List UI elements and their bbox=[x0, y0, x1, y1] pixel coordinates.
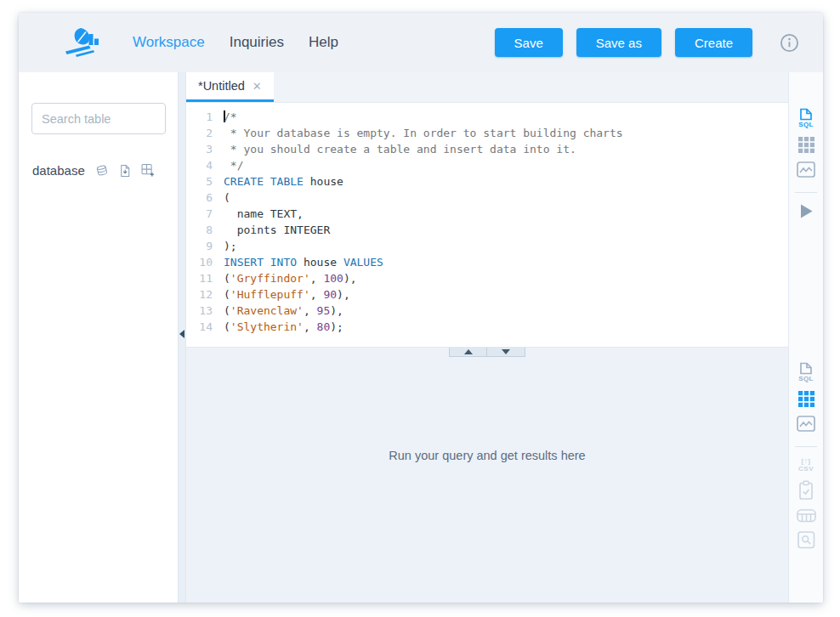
import-file-icon[interactable] bbox=[120, 161, 130, 180]
collapse-left-icon[interactable] bbox=[179, 330, 184, 338]
code-line: 11('Gryffindor', 100), bbox=[186, 270, 788, 286]
line-number: 8 bbox=[186, 222, 213, 238]
search-results-icon[interactable] bbox=[797, 531, 815, 549]
code-text: */ bbox=[213, 157, 243, 173]
export-table-icon[interactable] bbox=[797, 508, 816, 524]
code-text: ( bbox=[213, 190, 230, 206]
nav-link-help[interactable]: Help bbox=[309, 34, 338, 51]
code-line: 9); bbox=[186, 238, 788, 254]
line-number: 4 bbox=[186, 157, 213, 173]
line-number: 3 bbox=[186, 141, 213, 157]
sql-results-icon[interactable]: SQL bbox=[797, 362, 814, 382]
nav-link-inquiries[interactable]: Inquiries bbox=[230, 34, 284, 51]
save-button[interactable]: Save bbox=[495, 28, 563, 57]
code-text: ('Ravenclaw', 95), bbox=[213, 303, 343, 319]
code-line: 4 */ bbox=[186, 157, 788, 173]
code-text: * Your database is empty. In order to st… bbox=[213, 125, 623, 141]
code-line: 2 * Your database is empty. In order to … bbox=[186, 125, 788, 141]
csv-arrow: [↑] bbox=[802, 457, 811, 465]
close-icon[interactable]: ✕ bbox=[253, 81, 262, 92]
sql-editor-icon[interactable]: SQL bbox=[797, 108, 814, 128]
toolbar-divider bbox=[795, 446, 817, 447]
sidebar: database bbox=[19, 72, 178, 603]
app-window: Workspace Inquiries Help Save Save as Cr… bbox=[19, 13, 823, 603]
code-text: INSERT INTO house VALUES bbox=[213, 254, 383, 270]
chart-results-icon[interactable] bbox=[797, 416, 815, 432]
code-line: 3 * you should create a table and insert… bbox=[186, 141, 788, 157]
line-number: 11 bbox=[186, 270, 213, 286]
navbar: Workspace Inquiries Help Save Save as Cr… bbox=[19, 13, 823, 72]
toolbar-divider bbox=[795, 192, 817, 193]
table-view-icon[interactable] bbox=[797, 136, 815, 154]
sql-editor[interactable]: 1/*2 * Your database is empty. In order … bbox=[186, 103, 788, 347]
line-number: 10 bbox=[186, 254, 213, 270]
line-number: 13 bbox=[186, 303, 213, 319]
search-table-input[interactable] bbox=[31, 103, 166, 134]
code-text: /* bbox=[213, 109, 237, 125]
expand-down-icon[interactable] bbox=[487, 348, 525, 357]
line-number: 2 bbox=[186, 125, 213, 141]
collapse-up-icon[interactable] bbox=[449, 348, 487, 357]
code-line: 12('Hufflepuff', 90), bbox=[186, 286, 788, 303]
code-text: ); bbox=[213, 238, 237, 254]
page: Workspace Inquiries Help Save Save as Cr… bbox=[0, 0, 840, 617]
code-line: 6( bbox=[186, 190, 788, 206]
code-line: 7 name TEXT, bbox=[186, 206, 788, 222]
line-number: 7 bbox=[186, 206, 213, 222]
code-text: name TEXT, bbox=[213, 206, 304, 222]
code-line: 13('Ravenclaw', 95), bbox=[186, 303, 788, 319]
code-text: CREATE TABLE house bbox=[213, 173, 343, 190]
line-number: 6 bbox=[186, 190, 213, 206]
code-line: 10INSERT INTO house VALUES bbox=[186, 254, 788, 270]
nav-links: Workspace Inquiries Help bbox=[133, 34, 338, 51]
results-toolbar: SQL bbox=[795, 348, 817, 603]
code-text: * you should create a table and insert d… bbox=[213, 141, 576, 157]
add-table-icon[interactable] bbox=[141, 161, 155, 180]
tab-bar: *Untitled ✕ bbox=[186, 72, 788, 103]
database-icon[interactable] bbox=[95, 161, 109, 179]
code-text: ('Gryffindor', 100), bbox=[213, 270, 357, 286]
nav-link-workspace[interactable]: Workspace bbox=[133, 34, 205, 51]
code-line: 14('Slytherin', 80); bbox=[186, 319, 788, 335]
database-label[interactable]: database bbox=[32, 163, 85, 178]
code-lines: 1/*2 * Your database is empty. In order … bbox=[186, 109, 788, 335]
run-query-icon[interactable] bbox=[799, 203, 814, 219]
table-results-icon[interactable] bbox=[797, 390, 815, 408]
code-text: points INTEGER bbox=[213, 222, 330, 238]
results-splitter[interactable] bbox=[186, 347, 788, 357]
main-panel: *Untitled ✕ 1/*2 * Your database is empt… bbox=[186, 72, 788, 603]
export-csv-icon[interactable]: [↑] CSV bbox=[798, 457, 814, 473]
database-item: database bbox=[31, 161, 166, 180]
code-text: ('Hufflepuff', 90), bbox=[213, 286, 350, 303]
create-button[interactable]: Create bbox=[675, 28, 752, 57]
line-number: 12 bbox=[186, 286, 213, 303]
tab-untitled[interactable]: *Untitled ✕ bbox=[186, 72, 274, 102]
sql-badge: SQL bbox=[798, 122, 813, 128]
line-number: 9 bbox=[186, 238, 213, 254]
info-icon[interactable] bbox=[780, 33, 799, 53]
editor-toolbar: SQL bbox=[795, 72, 817, 348]
right-toolbar: SQL bbox=[788, 72, 823, 603]
sql-badge: SQL bbox=[798, 376, 813, 382]
line-number: 1 bbox=[186, 109, 213, 125]
code-line: 8 points INTEGER bbox=[186, 222, 788, 238]
copy-results-icon[interactable] bbox=[797, 480, 814, 501]
sidebar-splitter[interactable] bbox=[178, 72, 186, 603]
code-line: 5CREATE TABLE house bbox=[186, 173, 788, 190]
code-line: 1/* bbox=[186, 109, 788, 125]
sqlize-logo[interactable] bbox=[63, 26, 100, 59]
results-placeholder: Run your query and get results here bbox=[389, 449, 585, 462]
chart-view-icon[interactable] bbox=[797, 161, 815, 178]
line-number: 14 bbox=[186, 319, 213, 335]
results-panel: Run your query and get results here bbox=[186, 357, 788, 603]
tab-label: *Untitled bbox=[198, 79, 245, 93]
code-text: ('Slytherin', 80); bbox=[213, 319, 343, 335]
csv-label: CSV bbox=[798, 465, 814, 473]
body: database bbox=[19, 72, 823, 603]
line-number: 5 bbox=[186, 173, 213, 190]
save-as-button[interactable]: Save as bbox=[576, 28, 661, 57]
